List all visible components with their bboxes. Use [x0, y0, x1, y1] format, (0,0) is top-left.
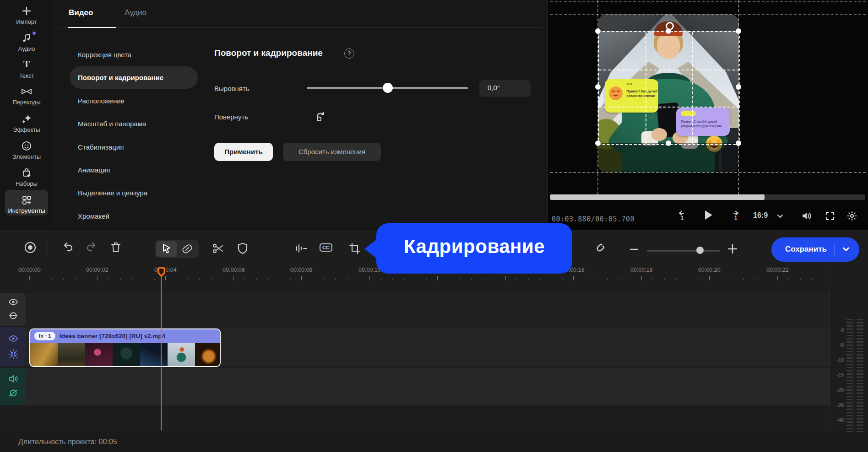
crop-handle-sw[interactable]: [595, 140, 601, 146]
crop-grid-line: [646, 32, 646, 144]
scissors-icon[interactable]: [212, 242, 224, 255]
track-row-audio[interactable]: [0, 368, 830, 405]
tooltip-label: Кадрирование: [376, 236, 572, 258]
menu-item-position[interactable]: Расположение: [78, 97, 125, 105]
toolbar-divider: [615, 241, 615, 254]
save-button-divider: [835, 243, 835, 256]
seek-bar[interactable]: [550, 194, 865, 200]
tab-active-underline: [68, 27, 116, 28]
crop-icon[interactable]: [349, 242, 361, 254]
audio-level-meters: 0 -5 -10 -15 -20 -30 -40 -50 -60 L R: [830, 265, 868, 433]
ruler-label: 00:00:00: [18, 267, 41, 273]
link-icon[interactable]: [8, 312, 18, 320]
meter-scale-label: -10: [831, 357, 844, 363]
align-slider-thumb[interactable]: [383, 83, 393, 93]
sidebar-item-tools[interactable]: Инструменты: [0, 194, 53, 219]
crop-grid-line: [599, 70, 739, 70]
crop-selection[interactable]: [598, 31, 740, 145]
chevron-down-icon[interactable]: [777, 214, 783, 219]
ruler-label: 00:00:06: [222, 267, 245, 273]
track-row-overlay[interactable]: [0, 293, 830, 326]
cursor-tool-icon[interactable]: [161, 243, 173, 255]
ruler-label: 00:00:08: [290, 267, 313, 273]
crop-handle-e[interactable]: [736, 84, 741, 90]
preview-panel: Аня Привет! Как дела?Классная шапка! При…: [548, 0, 868, 230]
clip-name: Ideas banner [728x620] [RU] v2.mp4: [60, 333, 165, 339]
ruler-label: 00:00:02: [86, 267, 108, 273]
step-back-icon[interactable]: 1: [675, 210, 687, 221]
link-off-icon[interactable]: [8, 389, 18, 397]
text-icon: T: [23, 59, 30, 70]
captions-icon[interactable]: CC: [320, 243, 332, 252]
apply-button[interactable]: Применить: [214, 143, 273, 161]
tools-grid-icon: [21, 194, 32, 205]
crop-dim-bottom: [598, 143, 739, 172]
page-title: Поворот и кадрирование: [214, 48, 323, 58]
timeline-zoom-thumb[interactable]: [696, 247, 704, 254]
play-icon[interactable]: [703, 209, 714, 221]
tab-audio[interactable]: Аудио: [125, 8, 146, 17]
meter-scale-label: -15: [831, 372, 844, 377]
playhead-line[interactable]: [161, 267, 162, 430]
record-icon[interactable]: [24, 241, 37, 254]
track-header-audio: [0, 368, 26, 405]
volume-icon[interactable]: [801, 210, 813, 221]
menu-item-stabilization[interactable]: Стабилизация: [78, 143, 124, 151]
menu-item-chromakey[interactable]: Хромакей: [78, 212, 109, 220]
sidebar-item-elements[interactable]: Элементы: [0, 140, 53, 165]
meter-scale-label: -40: [831, 417, 844, 423]
aspect-ratio-selector[interactable]: 16:9: [753, 211, 768, 220]
save-button[interactable]: Сохранить: [771, 237, 859, 262]
menu-item-scale-pan[interactable]: Масштаб и панорама: [78, 120, 146, 128]
align-value-field[interactable]: 0,0°: [479, 80, 531, 97]
timeline-clip[interactable]: fx · 1 Ideas banner [728x620] [RU] v2.mp…: [29, 328, 221, 367]
crop-handle-w[interactable]: [595, 84, 601, 90]
rotate-icon[interactable]: [314, 111, 326, 123]
crop-handle-ne[interactable]: [736, 28, 741, 34]
fullscreen-icon[interactable]: [825, 210, 835, 221]
step-forward-icon[interactable]: 1: [730, 210, 742, 221]
menu-item-color-correction[interactable]: Коррекция цвета: [78, 51, 131, 59]
help-icon[interactable]: ?: [344, 48, 354, 59]
crop-handle-nw[interactable]: [595, 28, 601, 34]
redo-icon[interactable]: [85, 241, 98, 254]
undo-icon[interactable]: [61, 241, 74, 254]
sidebar-item-text[interactable]: T Текст: [0, 59, 53, 84]
crop-tooltip: Кадрирование: [376, 223, 572, 274]
left-sidebar: Импорт Аудио T Текст Переходы Эффекты Эл…: [0, 0, 53, 230]
shield-icon[interactable]: [237, 242, 248, 255]
toolbar-divider: [48, 241, 48, 254]
chevron-down-icon[interactable]: [842, 247, 850, 252]
gear-icon[interactable]: [846, 210, 857, 221]
crop-handle-n[interactable]: [666, 28, 671, 34]
audio-wave-icon[interactable]: [295, 243, 309, 254]
speaker-icon[interactable]: [8, 374, 18, 383]
blade-tool-icon[interactable]: [181, 243, 193, 255]
magnet-icon[interactable]: [593, 242, 606, 255]
sidebar-item-effects[interactable]: Эффекты: [0, 113, 53, 138]
eye-icon[interactable]: [8, 298, 18, 306]
crop-handle-se[interactable]: [736, 140, 741, 146]
eye-icon[interactable]: [8, 334, 18, 343]
meter-scale-label: -30: [831, 402, 844, 408]
bowtie-transition-icon: [21, 86, 33, 97]
sidebar-item-import[interactable]: Импорт: [0, 5, 53, 30]
ruler-label: 00:00:18: [630, 267, 653, 273]
sidebar-item-transitions[interactable]: Переходы: [0, 85, 53, 111]
menu-item-rotate-crop[interactable]: Поворот и кадрирование: [78, 74, 163, 81]
sidebar-item-packs[interactable]: Наборы: [0, 167, 53, 192]
smiley-icon: [21, 140, 32, 151]
audio-new-badge: [33, 32, 36, 35]
zoom-out-icon[interactable]: [629, 246, 639, 253]
tab-video[interactable]: Видео: [69, 8, 93, 17]
zoom-in-icon[interactable]: [727, 243, 738, 254]
trash-icon[interactable]: [110, 241, 122, 254]
timeline-zoom-slider[interactable]: [647, 250, 720, 252]
menu-item-animation[interactable]: Анимация: [78, 166, 110, 174]
crop-handle-s[interactable]: [666, 140, 671, 146]
ruler-label: 00:00:10: [358, 267, 381, 273]
effects-freeze-icon[interactable]: [8, 349, 18, 359]
sidebar-item-audio[interactable]: Аудио: [0, 32, 53, 57]
menu-item-highlight-censor[interactable]: Выделение и цензура: [78, 189, 147, 197]
reset-button[interactable]: Сбросить изменения: [283, 143, 381, 161]
